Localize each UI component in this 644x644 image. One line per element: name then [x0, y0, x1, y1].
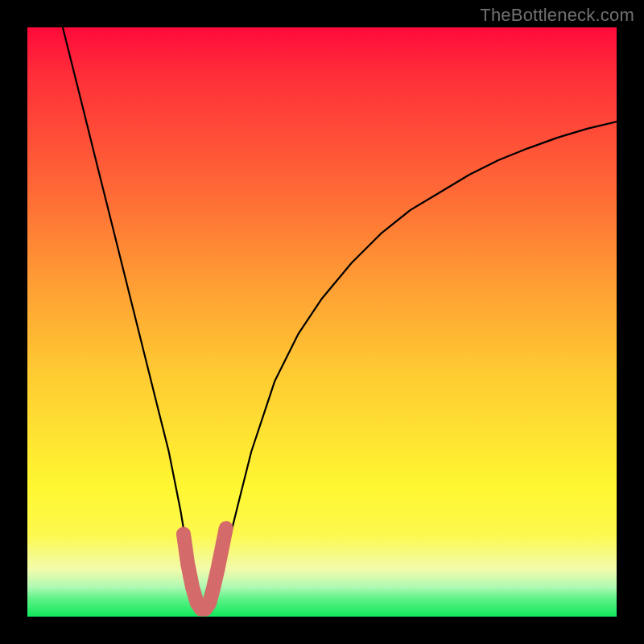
minimum-band — [184, 528, 226, 609]
curve-layer — [27, 27, 617, 617]
chart-frame: TheBottleneck.com — [0, 0, 644, 644]
bottleneck-curve — [63, 27, 617, 611]
plot-area — [27, 27, 617, 617]
watermark-text: TheBottleneck.com — [480, 5, 634, 26]
